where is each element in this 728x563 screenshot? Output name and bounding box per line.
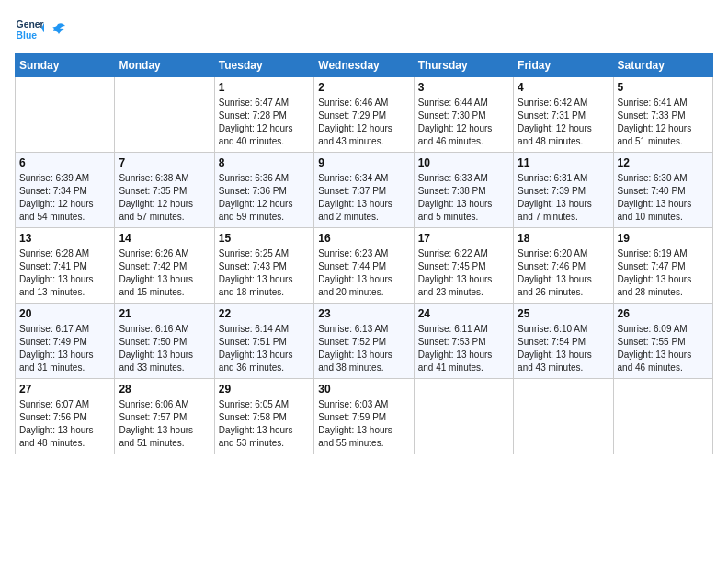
calendar-cell: 15Sunrise: 6:25 AMSunset: 7:43 PMDayligh… (214, 228, 313, 304)
sunrise-text: Sunrise: 6:38 AM (119, 172, 210, 185)
day-info: Sunrise: 6:16 AMSunset: 7:50 PMDaylight:… (119, 323, 210, 374)
calendar-cell: 25Sunrise: 6:10 AMSunset: 7:54 PMDayligh… (514, 304, 613, 379)
day-info: Sunrise: 6:34 AMSunset: 7:37 PMDaylight:… (318, 172, 409, 224)
calendar-cell: 24Sunrise: 6:11 AMSunset: 7:53 PMDayligh… (414, 304, 513, 379)
sunset-text: Sunset: 7:49 PM (19, 336, 110, 349)
daylight-text: Daylight: 13 hours and 48 minutes. (19, 424, 110, 450)
sunset-text: Sunset: 7:57 PM (119, 411, 210, 424)
day-info: Sunrise: 6:13 AMSunset: 7:52 PMDaylight:… (318, 323, 409, 374)
daylight-text: Daylight: 13 hours and 53 minutes. (219, 424, 310, 450)
day-info: Sunrise: 6:25 AMSunset: 7:43 PMDaylight:… (219, 247, 310, 299)
sunset-text: Sunset: 7:30 PM (418, 109, 509, 122)
day-info: Sunrise: 6:26 AMSunset: 7:42 PMDaylight:… (119, 247, 210, 299)
daylight-text: Daylight: 12 hours and 43 minutes. (318, 122, 409, 148)
calendar-cell (613, 379, 712, 454)
calendar-cell: 7Sunrise: 6:38 AMSunset: 7:35 PMDaylight… (115, 153, 214, 228)
calendar-cell (514, 379, 613, 454)
day-info: Sunrise: 6:19 AMSunset: 7:47 PMDaylight:… (618, 247, 709, 299)
calendar-cell: 19Sunrise: 6:19 AMSunset: 7:47 PMDayligh… (613, 228, 712, 304)
day-info: Sunrise: 6:47 AMSunset: 7:28 PMDaylight:… (219, 97, 310, 148)
daylight-text: Daylight: 13 hours and 46 minutes. (618, 349, 709, 374)
day-number: 22 (219, 307, 310, 320)
sunset-text: Sunset: 7:59 PM (318, 411, 409, 424)
calendar-cell: 9Sunrise: 6:34 AMSunset: 7:37 PMDaylight… (314, 153, 414, 228)
daylight-text: Daylight: 13 hours and 51 minutes. (119, 424, 210, 450)
sunset-text: Sunset: 7:47 PM (618, 260, 709, 273)
daylight-text: Daylight: 13 hours and 41 minutes. (418, 349, 509, 374)
sunset-text: Sunset: 7:56 PM (19, 411, 110, 424)
page-header: General Blue (15, 15, 713, 44)
daylight-text: Daylight: 13 hours and 36 minutes. (219, 349, 310, 374)
sunset-text: Sunset: 7:40 PM (618, 185, 709, 198)
day-number: 23 (318, 307, 409, 320)
sunrise-text: Sunrise: 6:41 AM (618, 97, 709, 109)
daylight-text: Daylight: 12 hours and 46 minutes. (418, 122, 509, 148)
daylight-text: Daylight: 12 hours and 40 minutes. (219, 122, 310, 148)
day-number: 11 (518, 156, 609, 169)
sunrise-text: Sunrise: 6:39 AM (19, 172, 110, 185)
sunset-text: Sunset: 7:55 PM (618, 336, 709, 349)
sunset-text: Sunset: 7:38 PM (418, 185, 509, 198)
day-info: Sunrise: 6:23 AMSunset: 7:44 PMDaylight:… (318, 247, 409, 299)
sunrise-text: Sunrise: 6:13 AM (318, 323, 409, 336)
day-number: 21 (119, 307, 210, 320)
day-info: Sunrise: 6:30 AMSunset: 7:40 PMDaylight:… (618, 172, 709, 224)
sunset-text: Sunset: 7:43 PM (219, 260, 310, 273)
day-info: Sunrise: 6:11 AMSunset: 7:53 PMDaylight:… (418, 323, 509, 374)
sunset-text: Sunset: 7:37 PM (318, 185, 409, 198)
day-number: 18 (518, 232, 609, 245)
day-number: 6 (19, 156, 110, 169)
calendar-cell: 23Sunrise: 6:13 AMSunset: 7:52 PMDayligh… (314, 304, 414, 379)
sunset-text: Sunset: 7:50 PM (119, 336, 210, 349)
calendar-header-row: SundayMondayTuesdayWednesdayThursdayFrid… (16, 54, 713, 77)
day-number: 28 (119, 383, 210, 396)
day-info: Sunrise: 6:41 AMSunset: 7:33 PMDaylight:… (618, 97, 709, 148)
daylight-text: Daylight: 13 hours and 23 minutes. (418, 273, 509, 299)
daylight-text: Daylight: 13 hours and 7 minutes. (518, 198, 609, 224)
day-info: Sunrise: 6:31 AMSunset: 7:39 PMDaylight:… (518, 172, 609, 224)
day-info: Sunrise: 6:38 AMSunset: 7:35 PMDaylight:… (119, 172, 210, 224)
day-info: Sunrise: 6:14 AMSunset: 7:51 PMDaylight:… (219, 323, 310, 374)
weekday-header-thursday: Thursday (414, 54, 513, 77)
calendar-cell: 29Sunrise: 6:05 AMSunset: 7:58 PMDayligh… (214, 379, 313, 454)
sunset-text: Sunset: 7:31 PM (518, 109, 609, 122)
daylight-text: Daylight: 13 hours and 43 minutes. (518, 349, 609, 374)
sunrise-text: Sunrise: 6:26 AM (119, 247, 210, 260)
weekday-header-sunday: Sunday (16, 54, 115, 77)
calendar-cell: 16Sunrise: 6:23 AMSunset: 7:44 PMDayligh… (314, 228, 414, 304)
sunset-text: Sunset: 7:45 PM (418, 260, 509, 273)
calendar-cell: 4Sunrise: 6:42 AMSunset: 7:31 PMDaylight… (514, 77, 613, 153)
day-info: Sunrise: 6:42 AMSunset: 7:31 PMDaylight:… (518, 97, 609, 148)
sunrise-text: Sunrise: 6:14 AM (219, 323, 310, 336)
calendar-cell (115, 77, 214, 153)
sunrise-text: Sunrise: 6:11 AM (418, 323, 509, 336)
calendar-table: SundayMondayTuesdayWednesdayThursdayFrid… (15, 53, 713, 454)
sunrise-text: Sunrise: 6:44 AM (418, 97, 509, 109)
day-number: 20 (19, 307, 110, 320)
daylight-text: Daylight: 12 hours and 48 minutes. (518, 122, 609, 148)
day-number: 7 (119, 156, 210, 169)
day-number: 2 (318, 81, 409, 94)
svg-text:Blue: Blue (17, 30, 38, 40)
day-info: Sunrise: 6:05 AMSunset: 7:58 PMDaylight:… (219, 398, 310, 450)
day-number: 12 (618, 156, 709, 169)
sunset-text: Sunset: 7:53 PM (418, 336, 509, 349)
day-info: Sunrise: 6:20 AMSunset: 7:46 PMDaylight:… (518, 247, 609, 299)
calendar-cell: 21Sunrise: 6:16 AMSunset: 7:50 PMDayligh… (115, 304, 214, 379)
sunrise-text: Sunrise: 6:17 AM (19, 323, 110, 336)
day-number: 13 (19, 232, 110, 245)
calendar-cell (414, 379, 513, 454)
calendar-cell: 8Sunrise: 6:36 AMSunset: 7:36 PMDaylight… (214, 153, 313, 228)
sunrise-text: Sunrise: 6:10 AM (518, 323, 609, 336)
day-number: 9 (318, 156, 409, 169)
sunrise-text: Sunrise: 6:30 AM (618, 172, 709, 185)
calendar-cell: 30Sunrise: 6:03 AMSunset: 7:59 PMDayligh… (314, 379, 414, 454)
day-number: 1 (219, 81, 310, 94)
sunrise-text: Sunrise: 6:34 AM (318, 172, 409, 185)
daylight-text: Daylight: 13 hours and 55 minutes. (318, 424, 409, 450)
day-info: Sunrise: 6:39 AMSunset: 7:34 PMDaylight:… (19, 172, 110, 224)
day-number: 10 (418, 156, 509, 169)
logo: General Blue (15, 15, 66, 44)
calendar-week-5: 27Sunrise: 6:07 AMSunset: 7:56 PMDayligh… (16, 379, 713, 454)
daylight-text: Daylight: 13 hours and 33 minutes. (119, 349, 210, 374)
